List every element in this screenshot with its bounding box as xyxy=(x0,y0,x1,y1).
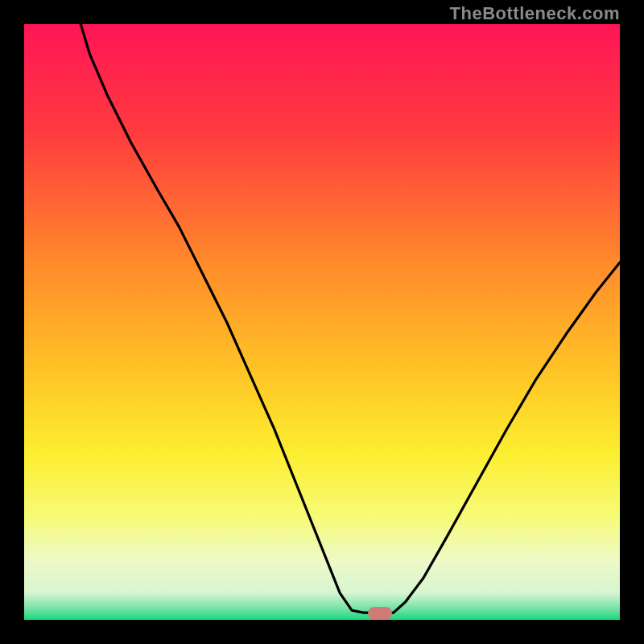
plot-area xyxy=(24,24,620,620)
bottleneck-curve xyxy=(24,24,620,620)
chart-frame: TheBottleneck.com xyxy=(0,0,644,644)
optimal-marker xyxy=(368,607,392,620)
watermark-text: TheBottleneck.com xyxy=(450,3,620,24)
